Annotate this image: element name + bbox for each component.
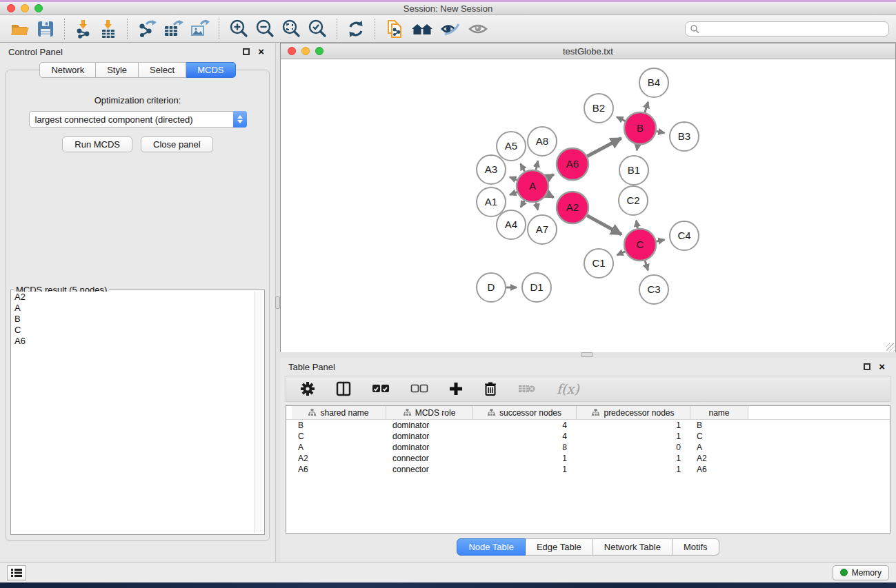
result-item[interactable]: A6 bbox=[12, 336, 254, 347]
save-session-button[interactable] bbox=[33, 17, 58, 41]
float-panel-button[interactable] bbox=[243, 48, 250, 55]
table-header-row: shared nameMCDS rolesuccessor nodesprede… bbox=[286, 406, 890, 420]
run-mcds-button[interactable]: Run MCDS bbox=[62, 136, 132, 152]
export-table-button[interactable] bbox=[160, 17, 186, 41]
minimize-window-button[interactable] bbox=[21, 4, 29, 12]
table-cell[interactable]: dominator bbox=[386, 443, 473, 452]
horizontal-split-divider[interactable] bbox=[280, 352, 896, 358]
network-graph[interactable]: B4B2BB3A8A5A6B1A3AC2A1A2A4A7C4CC1C3DD1 bbox=[281, 59, 895, 352]
tab-style[interactable]: Style bbox=[96, 62, 139, 78]
table-cell[interactable]: connector bbox=[386, 465, 473, 474]
table-cell[interactable]: 1 bbox=[577, 420, 690, 430]
float-table-panel-button[interactable] bbox=[864, 363, 870, 370]
graph-node-label-A8: A8 bbox=[536, 135, 548, 147]
table-cell[interactable]: 4 bbox=[473, 432, 577, 441]
table-cell[interactable]: A6 bbox=[690, 465, 748, 474]
close-table-panel-button[interactable]: × bbox=[879, 363, 885, 370]
close-panel-button[interactable]: × bbox=[258, 48, 264, 55]
table-cell[interactable]: dominator bbox=[386, 432, 473, 441]
column-header-MCDS-role[interactable]: MCDS role bbox=[386, 406, 473, 419]
memory-button[interactable]: Memory bbox=[833, 565, 889, 580]
table-settings-button[interactable] bbox=[297, 377, 318, 401]
mcds-result-box: MCDS result (5 nodes) A2ABCA6 bbox=[10, 290, 265, 535]
toolbar-search[interactable] bbox=[685, 21, 889, 37]
column-view-button[interactable] bbox=[333, 377, 354, 401]
import-table-icon bbox=[99, 19, 118, 39]
tab-network-table[interactable]: Network Table bbox=[593, 538, 673, 556]
show-panels-button[interactable] bbox=[464, 17, 492, 41]
table-row[interactable]: Bdominator41B bbox=[292, 420, 890, 431]
table-row[interactable]: A2connector11A2 bbox=[292, 453, 890, 464]
column-header-successor-nodes[interactable]: successor nodes bbox=[473, 406, 577, 419]
table-cell[interactable]: dominator bbox=[386, 420, 473, 430]
network-canvas[interactable]: B4B2BB3A8A5A6B1A3AC2A1A2A4A7C4CC1C3DD1 bbox=[281, 59, 895, 352]
function-builder-button[interactable]: f(x) bbox=[554, 377, 582, 401]
result-scrollbar[interactable] bbox=[254, 292, 263, 533]
table-cell[interactable]: 4 bbox=[473, 420, 577, 430]
criterion-dropdown[interactable]: largest connected component (directed) bbox=[29, 111, 247, 128]
result-item[interactable]: A2 bbox=[12, 292, 254, 303]
table-cell[interactable]: C bbox=[292, 432, 386, 441]
window-resize-grip[interactable] bbox=[886, 343, 895, 352]
open-session-button[interactable] bbox=[7, 17, 33, 41]
result-item[interactable]: B bbox=[12, 314, 254, 325]
tab-network[interactable]: Network bbox=[39, 62, 96, 78]
tab-edge-table[interactable]: Edge Table bbox=[526, 538, 593, 556]
table-cell[interactable]: 1 bbox=[473, 454, 577, 463]
divider-handle[interactable] bbox=[275, 296, 280, 309]
table-cell[interactable]: 1 bbox=[577, 432, 690, 441]
export-network-button[interactable] bbox=[134, 17, 160, 41]
tab-node-table[interactable]: Node Table bbox=[457, 538, 526, 556]
zoom-fit-button[interactable] bbox=[278, 17, 304, 41]
tab-select[interactable]: Select bbox=[139, 62, 186, 78]
column-header-predecessor-nodes[interactable]: predecessor nodes bbox=[577, 406, 690, 419]
clone-network-button[interactable] bbox=[381, 17, 408, 41]
column-header-name[interactable]: name bbox=[690, 406, 748, 419]
deselect-all-button[interactable] bbox=[408, 377, 431, 401]
refresh-layout-button[interactable] bbox=[344, 17, 368, 41]
table-cell[interactable]: 8 bbox=[473, 443, 577, 452]
search-input[interactable] bbox=[699, 23, 884, 34]
table-row[interactable]: A6connector11A6 bbox=[292, 464, 890, 475]
table-cell[interactable]: B bbox=[292, 420, 386, 430]
table-cell[interactable]: connector bbox=[386, 454, 473, 463]
network-window-titlebar[interactable]: testGlobe.txt bbox=[281, 43, 895, 59]
table-row[interactable]: Cdominator41C bbox=[292, 431, 890, 442]
table-cell[interactable]: A bbox=[292, 443, 386, 452]
table-cell[interactable]: 0 bbox=[577, 443, 690, 452]
zoom-out-button[interactable] bbox=[252, 17, 278, 41]
table-cell[interactable]: A bbox=[690, 443, 748, 452]
import-network-button[interactable] bbox=[71, 17, 96, 41]
close-panel-button-2[interactable]: Close panel bbox=[141, 136, 213, 152]
add-column-button[interactable] bbox=[446, 377, 466, 401]
result-item[interactable]: C bbox=[12, 325, 254, 336]
table-cell[interactable]: A6 bbox=[292, 465, 386, 474]
table-row[interactable]: Adominator80A bbox=[292, 442, 890, 453]
main-titlebar[interactable]: Session: New Session bbox=[0, 2, 896, 15]
hide-panels-button[interactable] bbox=[437, 17, 464, 41]
zoom-in-button[interactable] bbox=[226, 17, 252, 41]
import-table-button[interactable] bbox=[96, 17, 121, 41]
graph-node-label-B1: B1 bbox=[628, 164, 640, 176]
table-cell[interactable]: 1 bbox=[577, 465, 690, 474]
delete-column-button[interactable] bbox=[481, 377, 500, 401]
tab-mcds[interactable]: MCDS bbox=[186, 62, 235, 78]
column-header-shared-name[interactable]: shared name bbox=[292, 406, 386, 419]
tab-motifs[interactable]: Motifs bbox=[673, 538, 719, 556]
table-cell[interactable]: C bbox=[690, 432, 748, 441]
result-item[interactable]: A bbox=[12, 303, 254, 314]
table-cell[interactable]: 1 bbox=[473, 465, 577, 474]
table-cell[interactable]: A2 bbox=[292, 454, 386, 463]
zoom-selected-button[interactable] bbox=[304, 17, 330, 41]
task-history-button[interactable] bbox=[7, 565, 26, 580]
select-all-button[interactable] bbox=[369, 377, 392, 401]
divider-handle[interactable] bbox=[581, 352, 593, 357]
table-cell[interactable]: 1 bbox=[577, 454, 690, 463]
close-window-button[interactable] bbox=[7, 4, 15, 12]
table-cell[interactable]: A2 bbox=[690, 454, 748, 463]
delete-table-button[interactable] bbox=[515, 377, 539, 401]
home-button[interactable] bbox=[408, 17, 437, 41]
export-image-button[interactable] bbox=[186, 17, 212, 41]
table-cell[interactable]: B bbox=[690, 420, 748, 430]
zoom-window-button[interactable] bbox=[34, 4, 43, 12]
